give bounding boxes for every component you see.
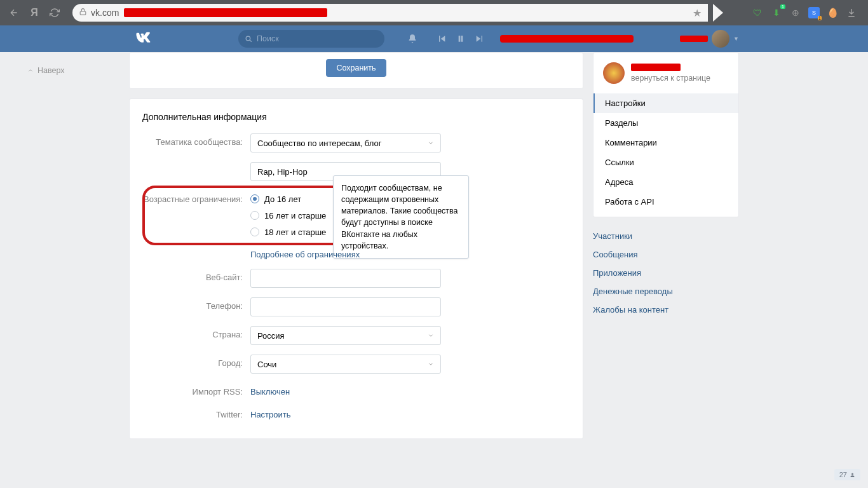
egg-icon[interactable]: 🥚	[826, 6, 839, 19]
website-input[interactable]	[250, 269, 441, 288]
browser-chrome: Я vk.com ★ 🛡 ⬇1 ⊕ S1 🥚	[0, 0, 868, 25]
side-card: вернуться к странице Настройки Разделы К…	[593, 52, 739, 217]
url-domain: vk.com	[91, 8, 119, 18]
side-item-sections[interactable]: Разделы	[593, 113, 738, 133]
vk-header: ▼	[0, 25, 868, 52]
city-select[interactable]: Сочи	[250, 355, 441, 374]
next-track-icon[interactable]	[473, 34, 486, 44]
rss-link[interactable]: Выключен	[250, 387, 290, 396]
label-country: Страна:	[142, 326, 250, 339]
lock-icon	[79, 8, 87, 18]
redacted	[500, 35, 634, 43]
redacted	[631, 64, 681, 71]
country-value: Россия	[257, 331, 285, 341]
scroll-top-label: Наверх	[37, 66, 65, 75]
side-item-settings[interactable]: Настройки	[593, 93, 738, 113]
label-rss: Импорт RSS:	[142, 383, 250, 396]
label-age: Возрастные ограничения:	[142, 191, 250, 204]
country-select[interactable]: Россия	[250, 326, 441, 345]
downloads-icon[interactable]	[845, 6, 858, 19]
reload-button[interactable]	[47, 5, 62, 20]
chevron-down-icon	[428, 360, 434, 369]
yandex-button[interactable]: Я	[27, 5, 42, 20]
side-link-payments[interactable]: Денежные переводы	[593, 282, 739, 301]
redacted	[680, 36, 708, 42]
side-link-messages[interactable]: Сообщения	[593, 245, 739, 264]
search-box[interactable]	[238, 30, 384, 48]
url-bar[interactable]: vk.com ★	[72, 4, 708, 22]
side-link-apps[interactable]: Приложения	[593, 264, 739, 282]
side-menu: Настройки Разделы Комментарии Ссылки Адр…	[593, 93, 738, 212]
pause-icon[interactable]	[454, 34, 467, 44]
side-item-links[interactable]: Ссылки	[593, 152, 738, 172]
translate-icon[interactable]: S1	[808, 7, 820, 18]
scroll-top-link[interactable]: Наверх	[27, 66, 65, 75]
search-icon	[245, 35, 253, 43]
redacted	[124, 8, 327, 17]
side-item-addresses[interactable]: Адреса	[593, 172, 738, 192]
label-twitter: Twitter:	[142, 406, 250, 419]
svg-point-1	[246, 36, 250, 41]
topic-value: Сообщество по интересам, блог	[257, 139, 381, 148]
url-tail	[713, 4, 723, 22]
back-button[interactable]	[6, 5, 22, 20]
vk-logo[interactable]	[134, 30, 152, 48]
download-icon[interactable]: ⬇1	[770, 6, 783, 19]
radio-icon	[250, 227, 259, 236]
phone-input[interactable]	[250, 297, 441, 316]
additional-info-card: Дополнительная информация Тематика сообщ…	[129, 98, 583, 439]
age-tooltip: Подходит сообществам, не содержащим откр…	[333, 175, 469, 259]
genre-value: Rap, Hip-Hop	[257, 167, 308, 177]
side-link-members[interactable]: Участники	[593, 227, 739, 245]
globe-icon[interactable]: ⊕	[789, 6, 802, 19]
label-city: Город:	[142, 355, 250, 368]
back-to-page-link[interactable]: вернуться к странице	[631, 74, 710, 83]
community-avatar	[603, 62, 625, 84]
extensions: 🛡 ⬇1 ⊕ S1 🥚	[751, 6, 862, 19]
label-phone: Телефон:	[142, 297, 250, 311]
notifications-icon[interactable]	[406, 34, 419, 44]
twitter-link[interactable]: Настроить	[250, 410, 291, 419]
chevron-down-icon[interactable]: ▼	[733, 36, 739, 42]
chevron-down-icon	[428, 331, 434, 341]
bookmark-star-icon[interactable]: ★	[693, 7, 702, 19]
search-input[interactable]	[257, 34, 378, 43]
radio-icon	[250, 211, 259, 220]
side-head[interactable]: вернуться к странице	[593, 53, 738, 93]
topic-select[interactable]: Сообщество по интересам, блог	[250, 133, 441, 152]
side-links: Участники Сообщения Приложения Денежные …	[593, 227, 739, 319]
label-website: Веб-сайт:	[142, 269, 250, 282]
city-value: Сочи	[257, 360, 276, 369]
save-button[interactable]: Сохранить	[326, 59, 386, 77]
media-controls	[435, 34, 486, 44]
chevron-up-icon	[27, 67, 34, 74]
age-more-link[interactable]: Подробнее об ограничениях	[250, 250, 360, 259]
side-link-reports[interactable]: Жалобы на контент	[593, 301, 739, 319]
user-avatar[interactable]	[712, 30, 729, 48]
label-topic: Тематика сообщества:	[142, 133, 250, 147]
side-item-api[interactable]: Работа с API	[593, 192, 738, 212]
chevron-down-icon	[428, 139, 434, 148]
radio-icon	[250, 194, 259, 203]
save-section: Сохранить	[129, 52, 583, 89]
prev-track-icon[interactable]	[435, 34, 448, 44]
svg-rect-0	[80, 11, 86, 15]
side-item-comments[interactable]: Комментарии	[593, 133, 738, 152]
shield-icon[interactable]: 🛡	[751, 6, 764, 19]
card-title: Дополнительная информация	[142, 112, 570, 122]
